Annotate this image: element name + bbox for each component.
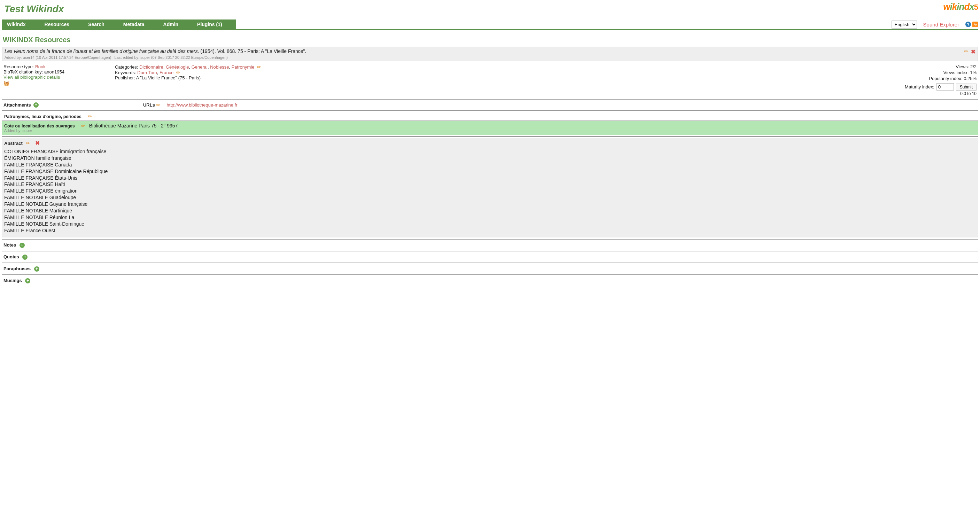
divider <box>2 262 978 263</box>
abstract-label: Abstract <box>4 141 23 146</box>
resource-url-link[interactable]: http://www.bibliotheque-mazarine.fr <box>167 102 237 108</box>
abstract-line: FAMILLE NOTABLE Guadeloupe <box>4 194 976 201</box>
keywords-label: Keywords: <box>115 70 137 75</box>
menu-search[interactable]: Search <box>83 19 118 29</box>
categories-label: Categories: <box>115 64 139 70</box>
page-title: WIKINDX Resources <box>3 36 978 44</box>
abstract-line: ÉMIGRATION famille française <box>4 155 976 162</box>
sound-explorer-link[interactable]: Sound Explorer <box>923 22 959 27</box>
pencil-icon[interactable]: ✎ <box>175 69 182 76</box>
citation-box: Les vieux noms de la france de l'ouest e… <box>2 47 978 61</box>
urls-label: URLs <box>143 102 155 108</box>
divider <box>2 29 978 30</box>
site-title: Test Wikindx <box>2 2 64 19</box>
main-menu: Wikindx Resources Search Metadata Admin … <box>2 19 236 29</box>
menu-plugins[interactable]: Plugins (1) <box>192 19 236 29</box>
musings-label: Musings <box>3 278 22 283</box>
plus-icon[interactable]: + <box>19 243 25 248</box>
abstract-line: FAMILLE FRANÇAISE émigration <box>4 188 976 194</box>
bibtex-key: BibTeX citation key: anon1954 <box>3 69 115 75</box>
divider <box>2 110 978 111</box>
abstract-line: FAMILLE NOTABLE Saint-Domingue <box>4 221 976 227</box>
plus-icon[interactable]: + <box>25 278 30 283</box>
abstract-line: FAMILLE NOTABLE Martinique <box>4 208 976 214</box>
divider <box>2 274 978 275</box>
citation-title: Les vieux noms de la france de l'ouest e… <box>5 48 198 54</box>
quotes-label: Quotes <box>3 254 19 259</box>
added-by: Added by: user14 (10 Apr 2011 17:57:34 E… <box>5 56 111 60</box>
maturity-range: 0.0 to 10 <box>886 91 977 96</box>
popularity-index: Popularity index: 0.25% <box>886 76 977 81</box>
abstract-line: FAMILLE FRANÇAISE Dominicaine République <box>4 168 976 175</box>
pencil-icon[interactable]: ✎ <box>155 101 162 108</box>
views-index: Views index: 1% <box>886 70 977 75</box>
menu-admin[interactable]: Admin <box>159 19 192 29</box>
divider <box>2 99 978 100</box>
maturity-input[interactable] <box>937 83 954 91</box>
abstract-content: COLONIES FRANÇAISE immigration française… <box>4 148 976 234</box>
category-link[interactable]: General <box>191 64 208 70</box>
plus-icon[interactable]: + <box>22 254 27 260</box>
category-link[interactable]: Dictionnaire <box>139 64 163 70</box>
abstract-line: FAMILLE NOTABLE Réunion La <box>4 214 976 221</box>
cote-added-by: Added by: super <box>4 129 976 133</box>
abstract-line: FAMILLE FRANÇAISE États-Unis <box>4 175 976 181</box>
abstract-line: FAMILLE FRANÇAISE Haïti <box>4 181 976 188</box>
views-count: Views: 2/2 <box>886 64 977 69</box>
delete-icon[interactable]: ✖ <box>971 48 975 55</box>
divider <box>2 239 978 240</box>
view-all-biblio-link[interactable]: View all bibliographic details <box>3 75 60 80</box>
abstract-line: COLONIES FRANÇAISE immigration française <box>4 148 976 155</box>
keyword-link[interactable]: France <box>159 70 173 75</box>
basket-icon[interactable]: 🧺 <box>3 80 10 86</box>
publisher-value: A "La Vieille France" (75 - Paris) <box>136 75 200 80</box>
abstract-line: FAMILLE NOTABLE Guyane française <box>4 201 976 208</box>
maturity-label: Maturity index: <box>905 84 934 89</box>
category-link[interactable]: Patronymie <box>232 64 255 70</box>
divider <box>2 136 978 137</box>
patronymes-label: Patronymes, lieux d'origine, périodes <box>4 114 84 119</box>
plus-icon[interactable]: + <box>34 266 39 272</box>
attachments-label: Attachments <box>3 102 31 108</box>
delete-icon[interactable]: ✖ <box>35 140 40 146</box>
pencil-icon[interactable]: ✎ <box>24 140 31 146</box>
cote-label: Cote ou localisation des ouvrages <box>4 124 77 129</box>
pencil-icon[interactable]: ✎ <box>80 122 87 129</box>
publisher-label: Publisher: <box>115 75 136 80</box>
language-select[interactable]: English <box>891 21 917 29</box>
resource-type-label: Resource type: <box>3 64 35 69</box>
rss-icon[interactable]: ∿ <box>972 22 978 27</box>
submit-button[interactable]: Submit <box>956 84 977 91</box>
menu-resources[interactable]: Resources <box>40 19 84 29</box>
cote-value: Bibliothèque Mazarine Paris 75 - 2° 9957 <box>89 123 178 129</box>
keyword-link[interactable]: Dom-Tom <box>137 70 157 75</box>
pencil-icon[interactable]: ✎ <box>963 48 970 56</box>
wikindx-logo: wikindx5 <box>943 2 978 12</box>
abstract-line: FAMILLE FRANÇAISE Canada <box>4 162 976 168</box>
menu-metadata[interactable]: Metadata <box>118 19 159 29</box>
last-edited: Last edited by: super (07 Sep 2017 20:32… <box>115 56 228 60</box>
menu-wikindx[interactable]: Wikindx <box>2 19 40 29</box>
pencil-icon[interactable]: ✎ <box>256 64 262 70</box>
resource-type-link[interactable]: Book <box>35 64 46 69</box>
pencil-icon[interactable]: ✎ <box>87 113 94 120</box>
help-icon[interactable]: ? <box>966 22 971 27</box>
divider <box>2 251 978 251</box>
paraphrases-label: Paraphrases <box>3 266 31 271</box>
plus-icon[interactable]: + <box>33 102 39 108</box>
notes-label: Notes <box>3 242 16 248</box>
abstract-line: FAMILLE France Ouest <box>4 227 976 234</box>
category-link[interactable]: Noblesse <box>210 64 229 70</box>
citation-details: . (1954). Vol. 868. 75 - Paris: A "La Vi… <box>198 48 307 54</box>
